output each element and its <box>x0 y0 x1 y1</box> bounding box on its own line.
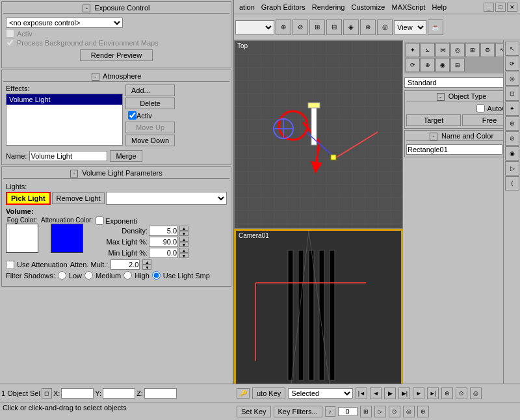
goto-start-button[interactable]: |◄ <box>356 387 367 399</box>
max-light-input[interactable] <box>149 237 178 247</box>
vt-btn-8[interactable]: ◉ <box>505 146 519 161</box>
cmd-btn-9[interactable]: ⊕ <box>421 58 435 72</box>
exposure-collapse[interactable]: - <box>83 5 90 12</box>
vt-btn-10[interactable]: ⟨ <box>505 176 519 190</box>
min-light-up[interactable]: ▲ <box>179 248 188 253</box>
pb-extra-1[interactable]: ⊕ <box>441 387 453 399</box>
maximize-button[interactable]: □ <box>495 3 506 12</box>
min-light-spinner[interactable]: ▲ ▼ <box>179 248 188 258</box>
vt-btn-7[interactable]: ⊘ <box>505 131 519 146</box>
atmosphere-collapse[interactable]: - <box>92 73 99 81</box>
rbb-icon-4[interactable]: ◎ <box>403 406 415 417</box>
vt-btn-5[interactable]: ✦ <box>505 101 519 116</box>
high-radio[interactable] <box>124 271 132 280</box>
use-light-smp-radio[interactable] <box>152 271 161 280</box>
merge-button[interactable]: Merge <box>110 150 142 162</box>
exposure-dropdown[interactable]: <no exposure control> <box>6 18 123 28</box>
toolbar-btn-8[interactable]: ☕ <box>428 20 443 35</box>
cmd-btn-11[interactable]: ⊟ <box>450 58 465 72</box>
toolbar-select-1[interactable] <box>235 20 274 34</box>
menu-ation[interactable]: ation <box>237 2 257 12</box>
play-button[interactable]: ▶ <box>384 387 396 399</box>
cmd-btn-hierarchy[interactable]: ⋈ <box>436 43 450 57</box>
close-button[interactable]: ✕ <box>507 3 517 12</box>
fog-color-swatch[interactable] <box>6 224 38 253</box>
atten-mult-input[interactable] <box>110 259 140 270</box>
toolbar-btn-6[interactable]: ⊛ <box>360 20 376 35</box>
low-radio[interactable] <box>58 271 66 280</box>
menu-graph-editors[interactable]: Graph Editors <box>259 2 308 12</box>
view-dropdown[interactable]: View <box>394 20 426 34</box>
frame-input[interactable] <box>338 407 358 416</box>
attenuation-color-swatch[interactable] <box>51 224 83 253</box>
cmd-btn-8[interactable]: ⟳ <box>406 58 420 72</box>
toolbar-btn-2[interactable]: ⊘ <box>292 20 308 35</box>
standard-dropdown[interactable]: Standard <box>404 77 519 88</box>
vt-btn-4[interactable]: ⊡ <box>505 86 519 101</box>
cmd-btn-modify[interactable]: ⊾ <box>421 43 435 57</box>
effects-list-item-volume-light[interactable]: Volume Light <box>6 94 122 105</box>
vt-btn-3[interactable]: ◎ <box>505 72 519 86</box>
autogrid-checkbox[interactable] <box>476 104 485 112</box>
y-input[interactable] <box>103 388 135 399</box>
pb-extra-3[interactable]: ◎ <box>470 387 482 399</box>
name-color-collapse[interactable]: - <box>430 133 437 140</box>
density-input[interactable] <box>149 226 178 236</box>
density-up[interactable]: ▲ <box>179 226 188 231</box>
name-input[interactable] <box>29 151 107 161</box>
auto-key-button[interactable]: uto Key <box>252 387 285 399</box>
cmd-btn-utilities[interactable]: ⚙ <box>480 43 495 57</box>
atten-mult-down[interactable]: ▼ <box>142 265 151 270</box>
rbb-icon-2[interactable]: ▷ <box>374 406 386 417</box>
prev-frame-button[interactable]: ◄ <box>370 387 382 399</box>
vt-btn-9[interactable]: ▷ <box>505 161 519 176</box>
render-preview-button[interactable]: Render Preview <box>80 49 153 61</box>
atmosphere-activ-checkbox[interactable] <box>128 111 136 120</box>
toolbar-btn-7[interactable]: ◎ <box>377 20 393 35</box>
name-color-input[interactable] <box>406 144 502 155</box>
vt-btn-6[interactable]: ⊕ <box>505 116 519 131</box>
menu-maxscript[interactable]: MAXScript <box>389 2 428 12</box>
cmd-btn-display[interactable]: ⊞ <box>465 43 480 57</box>
rbb-icon-3[interactable]: ⊙ <box>389 406 400 417</box>
cmd-btn-create[interactable]: ✦ <box>406 43 420 57</box>
pick-light-button[interactable]: Pick Light <box>6 192 51 205</box>
atten-mult-spinner[interactable]: ▲ ▼ <box>142 259 151 270</box>
medium-radio[interactable] <box>84 271 93 280</box>
key-filters-button[interactable]: Key Filters... <box>274 406 322 417</box>
rbb-icon-5[interactable]: ⊕ <box>417 406 429 417</box>
max-light-spinner[interactable]: ▲ ▼ <box>179 237 188 247</box>
add-button[interactable]: Add... <box>125 85 175 96</box>
lights-dropdown[interactable] <box>106 192 227 205</box>
rbb-icon-1[interactable]: ⊞ <box>360 406 372 417</box>
max-light-up[interactable]: ▲ <box>179 237 188 242</box>
goto-end-button[interactable]: ►| <box>427 387 439 399</box>
use-attenuation-checkbox[interactable] <box>6 261 14 269</box>
toolbar-btn-5[interactable]: ◈ <box>343 20 359 35</box>
play-selected-button[interactable]: ▶| <box>398 387 410 399</box>
viewport-top[interactable]: Top <box>234 40 403 229</box>
minimize-button[interactable]: _ <box>484 3 494 12</box>
exponent-checkbox[interactable] <box>96 217 104 225</box>
vlp-collapse[interactable]: - <box>70 170 78 177</box>
move-up-button[interactable]: Move Up <box>125 122 175 133</box>
object-type-collapse[interactable]: - <box>437 93 445 101</box>
min-light-input[interactable] <box>149 248 178 258</box>
min-light-down[interactable]: ▼ <box>179 253 188 258</box>
z-input[interactable] <box>144 388 177 399</box>
delete-button[interactable]: Delete <box>125 98 175 109</box>
cmd-btn-10[interactable]: ◉ <box>436 58 450 72</box>
vt-btn-1[interactable]: ↖ <box>505 42 519 56</box>
vt-btn-2[interactable]: ⟳ <box>505 57 519 71</box>
activ-checkbox[interactable] <box>6 29 14 38</box>
menu-rendering[interactable]: Rendering <box>309 2 348 12</box>
atten-mult-up[interactable]: ▲ <box>142 259 151 265</box>
density-spinner[interactable]: ▲ ▼ <box>179 226 188 236</box>
process-bg-checkbox[interactable] <box>6 38 14 47</box>
toolbar-btn-1[interactable]: ⊕ <box>276 20 291 35</box>
move-down-button[interactable]: Move Down <box>125 135 175 146</box>
max-light-down[interactable]: ▼ <box>179 242 188 247</box>
toolbar-btn-4[interactable]: ⊟ <box>326 20 342 35</box>
target-button[interactable]: Target <box>406 114 461 126</box>
toolbar-btn-3[interactable]: ⊞ <box>309 20 325 35</box>
